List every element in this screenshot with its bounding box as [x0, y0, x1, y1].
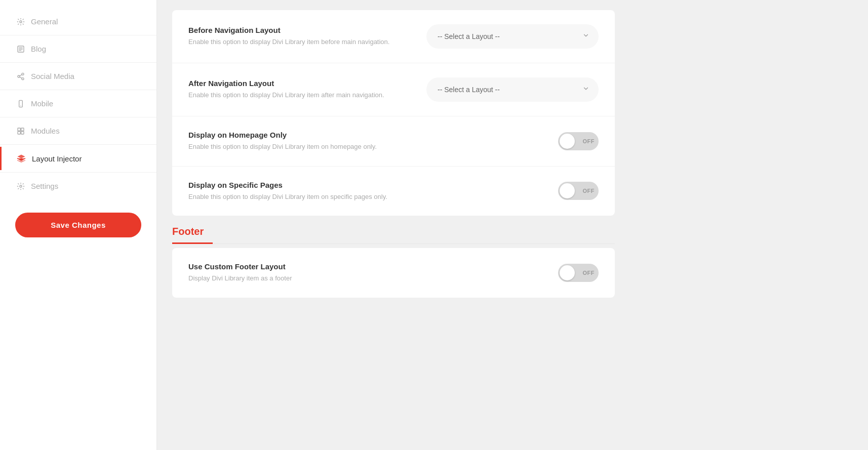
divider	[0, 172, 156, 173]
specific-pages-label: Display on Specific Pages Enable this op…	[188, 181, 538, 202]
before-nav-layout-row: Before Navigation Layout Enable this opt…	[172, 10, 615, 63]
footer-section-title-wrapper: Footer	[172, 226, 615, 244]
svg-rect-15	[21, 131, 24, 134]
specific-pages-row: Display on Specific Pages Enable this op…	[172, 167, 615, 216]
social-icon	[17, 72, 25, 80]
sidebar-item-label: Modules	[31, 127, 60, 135]
divider	[0, 62, 156, 63]
specific-pages-title: Display on Specific Pages	[188, 181, 538, 189]
sidebar-item-label: Blog	[31, 45, 46, 53]
after-nav-layout-label: After Navigation Layout Enable this opti…	[188, 79, 406, 100]
sidebar-item-label: Mobile	[31, 99, 53, 108]
before-nav-layout-label: Before Navigation Layout Enable this opt…	[188, 26, 406, 47]
svg-rect-12	[18, 128, 20, 131]
after-nav-layout-row: After Navigation Layout Enable this opti…	[172, 63, 615, 116]
custom-footer-toggle[interactable]: OFF	[558, 264, 599, 282]
sidebar-item-blog[interactable]: Blog	[0, 37, 156, 60]
sidebar-item-label: Layout Injector	[32, 154, 82, 163]
save-changes-button[interactable]: Save Changes	[15, 213, 141, 237]
after-nav-layout-control: -- Select a Layout --	[426, 77, 599, 102]
after-nav-layout-title: After Navigation Layout	[188, 79, 406, 88]
before-nav-layout-select[interactable]: -- Select a Layout --	[426, 24, 599, 49]
homepage-only-control: OFF	[558, 132, 599, 150]
toggle-off-label: OFF	[583, 270, 595, 276]
save-button-wrapper: Save Changes	[0, 197, 156, 248]
svg-rect-13	[21, 128, 24, 131]
custom-footer-label: Use Custom Footer Layout Display Divi Li…	[188, 262, 538, 283]
homepage-only-label: Display on Homepage Only Enable this opt…	[188, 131, 538, 152]
settings-gear-icon	[17, 182, 25, 190]
footer-section-title: Footer	[172, 226, 213, 244]
svg-point-7	[22, 77, 24, 79]
toggle-knob	[560, 265, 575, 280]
sidebar-item-label: Social Media	[31, 72, 74, 80]
svg-line-8	[20, 77, 22, 78]
after-nav-layout-desc: Enable this option to display Divi Libra…	[188, 90, 401, 100]
svg-line-9	[20, 74, 22, 76]
svg-point-6	[18, 75, 20, 77]
before-nav-layout-desc: Enable this option to display Divi Libra…	[188, 37, 401, 47]
before-nav-select-wrapper: -- Select a Layout --	[426, 24, 599, 49]
blog-icon	[17, 45, 25, 53]
before-nav-layout-title: Before Navigation Layout	[188, 26, 406, 34]
gear-icon	[17, 18, 25, 26]
divider	[0, 35, 156, 35]
svg-rect-14	[18, 131, 20, 134]
specific-pages-control: OFF	[558, 182, 599, 200]
navigation-section-card: Before Navigation Layout Enable this opt…	[172, 10, 615, 216]
mobile-icon	[17, 100, 25, 108]
toggle-knob	[560, 134, 575, 149]
main-content: Before Navigation Layout Enable this opt…	[157, 0, 630, 450]
svg-point-11	[20, 105, 21, 106]
custom-footer-title: Use Custom Footer Layout	[188, 262, 538, 271]
svg-rect-10	[19, 100, 23, 107]
custom-footer-control: OFF	[558, 264, 599, 282]
sidebar-item-label: Settings	[31, 182, 58, 190]
divider	[0, 90, 156, 90]
custom-footer-desc: Display Divi Library item as a footer	[188, 273, 401, 283]
sidebar-item-modules[interactable]: Modules	[0, 119, 156, 142]
sidebar-item-settings[interactable]: Settings	[0, 175, 156, 197]
specific-pages-toggle[interactable]: OFF	[558, 182, 599, 200]
homepage-only-toggle[interactable]: OFF	[558, 132, 599, 150]
sidebar-item-general[interactable]: General	[0, 10, 156, 33]
toggle-knob	[560, 183, 575, 198]
svg-point-5	[22, 73, 24, 75]
homepage-only-row: Display on Homepage Only Enable this opt…	[172, 116, 615, 167]
sidebar-item-social-media[interactable]: Social Media	[0, 65, 156, 88]
homepage-only-title: Display on Homepage Only	[188, 131, 538, 139]
svg-point-0	[20, 21, 22, 23]
modules-icon	[17, 127, 25, 135]
layers-icon	[17, 154, 26, 163]
divider	[0, 117, 156, 117]
custom-footer-row: Use Custom Footer Layout Display Divi Li…	[172, 248, 615, 298]
before-nav-layout-control: -- Select a Layout --	[426, 24, 599, 49]
homepage-only-desc: Enable this option to display Divi Libra…	[188, 142, 401, 152]
right-gray-area	[630, 0, 868, 450]
footer-section-card: Use Custom Footer Layout Display Divi Li…	[172, 248, 615, 298]
section-title-divider	[172, 243, 615, 244]
sidebar-item-mobile[interactable]: Mobile	[0, 92, 156, 115]
divider	[0, 144, 156, 145]
toggle-off-label: OFF	[583, 138, 595, 144]
svg-point-16	[20, 185, 22, 187]
after-nav-select-wrapper: -- Select a Layout --	[426, 77, 599, 102]
sidebar: General Blog Social Media	[0, 0, 157, 450]
sidebar-item-label: General	[31, 17, 58, 26]
toggle-off-label: OFF	[583, 188, 595, 194]
sidebar-item-layout-injector[interactable]: Layout Injector	[0, 147, 156, 170]
after-nav-layout-select[interactable]: -- Select a Layout --	[426, 77, 599, 102]
specific-pages-desc: Enable this option to display Divi Libra…	[188, 192, 401, 202]
